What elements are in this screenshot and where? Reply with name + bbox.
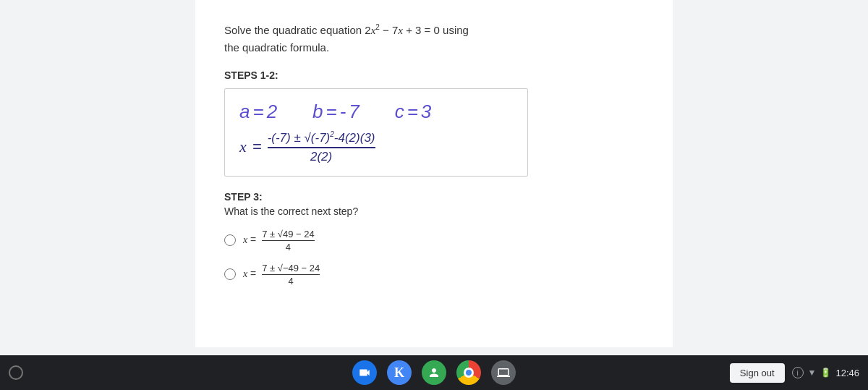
taskbar-home-button[interactable] [9, 365, 23, 380]
steps-label: STEPS 1-2: [224, 69, 644, 81]
meet-icon[interactable] [352, 360, 377, 385]
step3-label: STEP 3: [224, 191, 644, 203]
option1-text: x = 7 ± √49 − 24 4 [243, 229, 315, 253]
option1[interactable]: x = 7 ± √49 − 24 4 [224, 229, 644, 253]
option2[interactable]: x = 7 ± √−49 − 24 4 [224, 263, 644, 287]
battery-icon: 🔋 [820, 368, 831, 378]
fraction-numerator: -(-7) ± √(-7)2-4(2)(3) [268, 130, 375, 148]
taskbar: K Sign out i ▼ 🔋 12:46 [0, 355, 868, 390]
handwritten-area: a=2 b=-7 c=3 x = -(-7) ± √(-7)2-4(2)(3) … [224, 88, 528, 177]
handwritten-equation: x = -(-7) ± √(-7)2-4(2)(3) 2(2) [239, 130, 513, 164]
wifi-icon: ▼ [808, 368, 817, 378]
classroom-icon[interactable] [422, 360, 446, 385]
clock: 12:46 [835, 368, 859, 378]
taskbar-right: Sign out i ▼ 🔋 12:46 [730, 363, 859, 383]
taskbar-center: K [352, 360, 516, 385]
option2-radio[interactable] [224, 268, 236, 280]
content-area: Solve the quadratic equation 2x2 − 7x + … [195, 0, 673, 347]
fraction-denominator: 2(2) [310, 148, 332, 164]
taskbar-info: i ▼ 🔋 12:46 [792, 367, 859, 378]
problem-text: Solve the quadratic equation 2x2 − 7x + … [224, 22, 644, 56]
khan-academy-icon[interactable]: K [387, 360, 412, 385]
handwritten-coefficients: a=2 b=-7 c=3 [239, 101, 513, 123]
option2-fraction: 7 ± √−49 − 24 4 [262, 263, 320, 287]
option1-fraction: 7 ± √49 − 24 4 [262, 229, 314, 253]
info-icon[interactable]: i [792, 367, 804, 378]
option1-radio[interactable] [224, 234, 236, 246]
files-icon[interactable] [491, 360, 516, 385]
chrome-icon[interactable] [456, 360, 481, 385]
sign-out-button[interactable]: Sign out [730, 363, 785, 383]
taskbar-left [9, 365, 23, 380]
option2-text: x = 7 ± √−49 − 24 4 [243, 263, 320, 287]
step3-question: What is the correct next step? [224, 205, 644, 217]
